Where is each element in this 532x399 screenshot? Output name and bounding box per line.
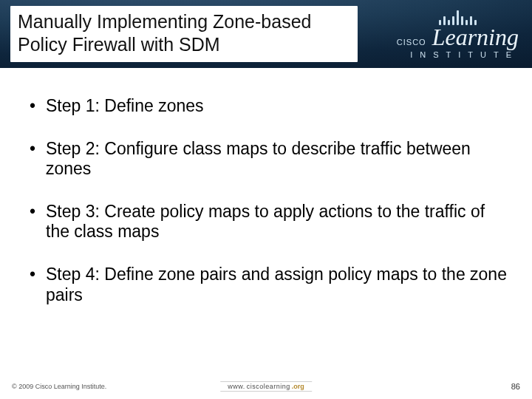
- list-item: Step 2: Configure class maps to describe…: [30, 139, 507, 180]
- cisco-bars-icon: [439, 9, 477, 25]
- list-item: Step 3: Create policy maps to apply acti…: [30, 202, 507, 242]
- slide-content: Step 1: Define zones Step 2: Configure c…: [0, 68, 532, 377]
- logo-brand-small: CISCO: [397, 38, 426, 47]
- logo: CISCO Learning INSTITUTE: [397, 9, 519, 59]
- footer-url-suffix: .org: [292, 383, 304, 390]
- footer-copyright: © 2009 Cisco Learning Institute.: [12, 383, 106, 390]
- slide-footer: © 2009 Cisco Learning Institute. www.cis…: [0, 377, 532, 399]
- footer-url-mid: ciscolearning: [247, 383, 290, 390]
- slide-header: Manually Implementing Zone-based Policy …: [0, 0, 532, 68]
- slide: Manually Implementing Zone-based Policy …: [0, 0, 532, 399]
- logo-row: CISCO Learning: [397, 28, 519, 47]
- list-item: Step 1: Define zones: [30, 96, 507, 117]
- logo-brand-sub: INSTITUTE: [410, 50, 519, 59]
- list-item: Step 4: Define zone pairs and assign pol…: [30, 265, 507, 305]
- bullet-list: Step 1: Define zones Step 2: Configure c…: [30, 96, 507, 305]
- slide-title: Manually Implementing Zone-based Policy …: [10, 6, 358, 63]
- footer-url-prefix: www.: [228, 383, 245, 390]
- footer-url: www.ciscolearning.org: [220, 381, 312, 392]
- logo-brand-big: Learning: [432, 28, 519, 47]
- page-number: 86: [511, 382, 520, 391]
